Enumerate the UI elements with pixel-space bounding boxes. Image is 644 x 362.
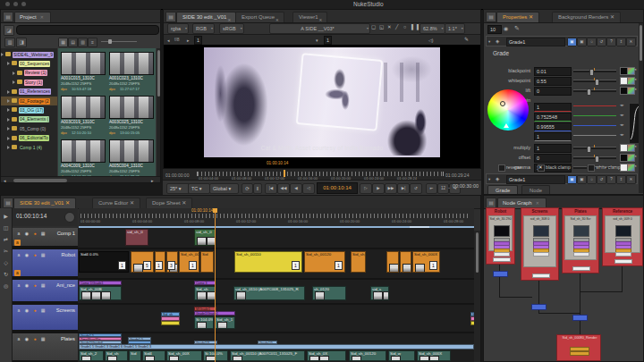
node-header-button[interactable]: ▣: [567, 38, 577, 46]
track-mask-icon[interactable]: ▦: [39, 230, 47, 237]
traffic-light-close[interactable]: [5, 2, 10, 6]
volume-icon[interactable]: ◁): [428, 37, 434, 45]
tree-item[interactable]: 02_Footage (2: [1, 97, 57, 105]
node-chip[interactable]: [570, 351, 589, 356]
jump-button[interactable]: ⇤: [426, 183, 437, 194]
tc-mode-dropdown[interactable]: TC ▾: [188, 183, 210, 194]
bin-view-slider[interactable]: [101, 41, 137, 42]
timeline-tab[interactable]: Dope Sheet ✕: [146, 198, 192, 208]
timeline-clip[interactable]: sid_sh_0: [194, 229, 216, 246]
track-mask-icon[interactable]: ▦: [39, 307, 47, 314]
transport-back-button[interactable]: ◀: [290, 183, 302, 194]
gain-value-field[interactable]: 1: [534, 132, 572, 141]
tree-item[interactable]: 01_References: [1, 88, 57, 97]
timeline-clip[interactable]: Sid: [129, 350, 141, 361]
track-enable-icon[interactable]: ●: [31, 230, 38, 237]
edit-pencil-icon[interactable]: ✎: [514, 24, 520, 32]
transport-back-button[interactable]: ◁: [302, 183, 315, 194]
timeline-clip[interactable]: Sid_sh_00B: [79, 286, 122, 300]
slider-handle[interactable]: [595, 156, 599, 163]
close-icon[interactable]: ✕: [536, 200, 539, 206]
loop-icon[interactable]: ⟳: [242, 183, 253, 194]
slider-handle[interactable]: [587, 146, 591, 153]
backdrop-node[interactable]: Screenssid_sh_308 0: [521, 207, 559, 281]
expand-arrow-icon[interactable]: [7, 62, 10, 65]
jog-dial[interactable]: [64, 212, 75, 223]
timeline-clip[interactable]: Sid_sh: [105, 350, 128, 361]
timeline-clip[interactable]: sid_s: [370, 286, 389, 300]
track-lock-icon[interactable]: a: [15, 307, 22, 314]
timeline-clip[interactable]: 1: [155, 251, 165, 273]
import-icon[interactable]: ◨: [16, 38, 27, 47]
param-value-field[interactable]: 1: [534, 144, 572, 153]
node-header-button[interactable]: ?: [606, 38, 616, 46]
timeline-tab[interactable]: Curve Editor ✕: [92, 198, 140, 208]
layer-dropdown[interactable]: RGB: [192, 23, 215, 34]
search-input[interactable]: [16, 25, 159, 35]
track-lock-icon[interactable]: a: [15, 251, 22, 258]
slider-handle[interactable]: [595, 79, 599, 86]
animation-menu-icon[interactable]: ◂: [634, 77, 636, 81]
timeline-clip[interactable]: sid_sh_0: [125, 229, 148, 246]
timeline-clip[interactable]: Si 104.0%: [203, 350, 228, 361]
transport-current-timecode[interactable]: 01:00:10:14: [317, 182, 358, 194]
expand-arrow-icon[interactable]: [13, 72, 15, 75]
gain-value-field[interactable]: 1: [534, 103, 572, 112]
color-wheel[interactable]: [487, 89, 529, 130]
node-header-button[interactable]: ✕: [626, 175, 636, 184]
bin-item[interactable]: A004C009_1310C2048x1152 25FPSdpx14:06:30…: [61, 139, 106, 181]
filter-icon[interactable]: ◪: [4, 25, 14, 36]
output-dot-node[interactable]: [532, 274, 550, 278]
track-mask-icon[interactable]: ▦: [39, 282, 47, 289]
node-name-field[interactable]: Grade1: [506, 175, 565, 184]
slider-handle[interactable]: [587, 88, 591, 96]
viewer-tool-icon[interactable]: ○: [403, 24, 406, 29]
export-icon[interactable]: ⌄: [447, 184, 451, 189]
animation-menu-icon[interactable]: ◂: [634, 154, 636, 158]
timeline-clip[interactable]: Sid_sh_00110 (A007C011_131025_F: [230, 350, 305, 361]
track-visibility-icon[interactable]: ◉: [23, 335, 30, 342]
viewer-tool-icon[interactable]: ▢: [371, 24, 376, 29]
panel-menu-icon[interactable]: ▤: [486, 12, 496, 22]
gain-slider[interactable]: [573, 115, 616, 116]
viewer-timeline-ruler[interactable]: 01:00:00:00 01:00:29:24 01:00:10:14 01:0…: [163, 168, 481, 181]
group-node[interactable]: Sid_sh_30 290: [488, 215, 513, 251]
transport-back-button[interactable]: |◀: [265, 183, 277, 194]
transport-fwd-button[interactable]: ▶▶: [385, 183, 397, 194]
track-badge-icon[interactable]: a: [14, 240, 21, 246]
timeline-clip[interactable]: Grade1 5 Grade1 3 Grade1 6 Grade1 5 Grad…: [79, 344, 474, 349]
expand-arrow-icon[interactable]: [7, 90, 10, 94]
output-dot-node[interactable]: [614, 259, 632, 264]
group-node[interactable]: Sid_sh_30 8cr: [564, 215, 597, 260]
animation-menu-icon[interactable]: ◂: [634, 87, 636, 91]
timeline-playhead-line[interactable]: [215, 210, 216, 362]
param-slider[interactable]: [573, 147, 616, 149]
transport-back-button[interactable]: ◀◀: [277, 183, 290, 194]
zoom-dropdown[interactable]: 62.8%: [419, 23, 445, 34]
collapse-arrow-icon[interactable]: ▾: [488, 39, 490, 44]
node-header-button[interactable]: ▣: [577, 38, 587, 46]
fps-dropdown[interactable]: 25* ▾: [166, 183, 190, 194]
output-dot-node[interactable]: [493, 257, 511, 262]
node-header-button[interactable]: ▣: [567, 175, 577, 184]
viewer-tool-icon[interactable]: ▌▐: [411, 24, 419, 29]
history-depth-field[interactable]: 10: [487, 25, 502, 34]
timeline-clip[interactable]: Sid_sh_00X: [166, 350, 202, 361]
timeline-clip[interactable]: Sid_sh: [194, 286, 216, 300]
timeline-clip[interactable]: Sid_w: [388, 350, 415, 361]
node-header-button[interactable]: ?: [606, 175, 616, 184]
timeline-clip[interactable]: Si 104.0%: [194, 316, 214, 329]
node-header-button[interactable]: ▣: [577, 175, 587, 184]
node-header-button[interactable]: ↥: [616, 38, 626, 46]
node-face-icon[interactable]: ◈: [496, 176, 499, 181]
track-header[interactable]: a◉●▦Plates: [13, 333, 78, 362]
properties-bottom-tab[interactable]: Grade: [487, 185, 518, 195]
tree-item[interactable]: 00_Sequences: [1, 59, 57, 68]
proxy-dropdown[interactable]: 1:1*: [445, 23, 465, 34]
param-slider[interactable]: [573, 80, 616, 82]
gain-minus-icon[interactable]: ◂: [167, 37, 170, 45]
backdrop-node[interactable]: PlatesSid_sh_30 8cr: [562, 207, 599, 274]
param-slider[interactable]: [573, 70, 616, 72]
wipe-icon[interactable]: ▾: [316, 37, 318, 45]
write-node[interactable]: Sid_sh_00080_Render: [556, 334, 601, 361]
